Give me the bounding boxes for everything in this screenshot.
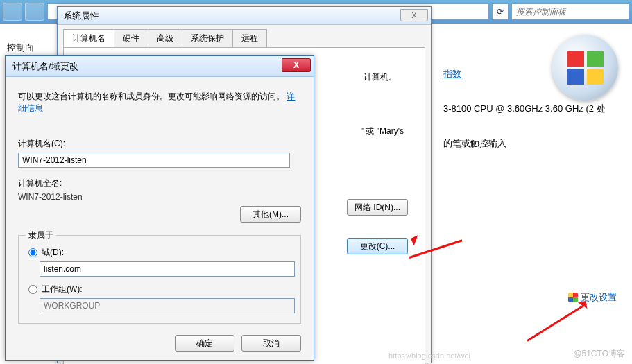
cpu-text: 3-8100 CPU @ 3.60GHz 3.60 GHz (2 处: [443, 103, 625, 115]
search-input[interactable]: 搜索控制面板: [511, 3, 629, 20]
name-domain-change-dialog: 计算机名/域更改 X 可以更改这台计算机的名称和成员身份。更改可能影响网络资源的…: [5, 55, 314, 361]
sysprops-tabs: 计算机名 硬件 高级 系统保护 远程: [58, 25, 431, 47]
desc-fragment-2: " 或 "Mary's: [361, 125, 404, 137]
computer-name-label: 计算机名(C):: [18, 138, 301, 150]
name-dialog-body: 可以更改这台计算机的名称和成员身份。更改可能影响网络资源的访问。 详细信息 计算…: [6, 77, 314, 333]
domain-input[interactable]: [40, 261, 295, 277]
name-dialog-titlebar[interactable]: 计算机名/域更改 X: [6, 56, 314, 77]
domain-radio[interactable]: [28, 248, 37, 257]
sidebar-label: 控制面: [7, 42, 34, 54]
change-button[interactable]: 更改(C)...: [347, 238, 408, 254]
tab-system-protection[interactable]: 系统保护: [182, 29, 233, 47]
workgroup-radio[interactable]: [28, 285, 37, 294]
tab-computer-name[interactable]: 计算机名: [63, 29, 114, 47]
change-settings-label: 更改设置: [581, 291, 617, 304]
desc-fragment-1: 计算机。: [364, 71, 397, 83]
domain-radio-label: 域(D):: [42, 247, 64, 259]
network-id-button[interactable]: 网络 ID(N)...: [347, 199, 408, 216]
refresh-button[interactable]: ⟳: [492, 3, 509, 20]
name-dialog-desc: 可以更改这台计算机的名称和成员身份。更改可能影响网络资源的访问。 详细信息: [18, 91, 301, 114]
system-properties-titlebar[interactable]: 系统属性 X: [58, 7, 431, 25]
workgroup-radio-label: 工作组(W):: [42, 284, 83, 295]
annotation-arrow-2: [527, 303, 586, 342]
system-properties-title: 系统属性: [63, 10, 99, 22]
full-name-value: WIN7-2012-listen: [18, 192, 301, 202]
member-of-group: 隶属于 域(D): 工作组(W):: [18, 235, 301, 324]
system-info-pane: 指数 3-8100 CPU @ 3.60GHz 3.60 GHz (2 处 的笔…: [436, 35, 632, 183]
workgroup-input: [40, 298, 295, 313]
tab-advanced[interactable]: 高级: [148, 29, 182, 47]
tab-hardware[interactable]: 硬件: [114, 29, 148, 47]
pen-text: 的笔或触控输入: [443, 137, 625, 150]
other-button[interactable]: 其他(M)...: [240, 206, 301, 223]
ok-button[interactable]: 确定: [175, 335, 234, 352]
name-dialog-close-button[interactable]: X: [282, 58, 311, 72]
cancel-button[interactable]: 取消: [241, 335, 301, 352]
index-link[interactable]: 指数: [443, 69, 461, 79]
name-dialog-title: 计算机名/域更改: [12, 60, 78, 73]
computer-name-input[interactable]: [18, 153, 290, 168]
nav-back-button[interactable]: [3, 3, 22, 21]
watermark-51cto: @51CTO博客: [573, 348, 625, 360]
full-name-label: 计算机全名:: [18, 177, 301, 189]
sysprops-close-button[interactable]: X: [400, 9, 428, 21]
change-settings-link[interactable]: 更改设置: [568, 291, 617, 304]
nav-fwd-button[interactable]: [25, 3, 44, 21]
name-dialog-footer: 确定 取消: [175, 335, 301, 352]
shield-icon: [568, 293, 578, 302]
tab-remote[interactable]: 远程: [232, 29, 267, 47]
watermark-csdn: https://blog.csdn.net/wei: [388, 352, 470, 360]
member-of-title: 隶属于: [26, 229, 56, 241]
